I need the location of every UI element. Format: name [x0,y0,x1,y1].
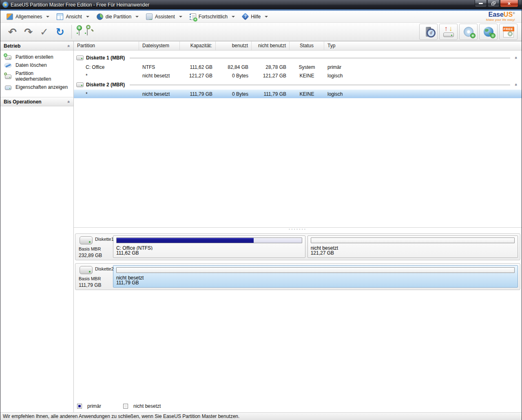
close-button[interactable]: × [500,0,518,7]
disk-scheme: Basis MBR [79,246,101,251]
toolbar: ↶ ↷ ✓ ↻ + ↑↓ + ↑ [0,23,522,41]
col-status[interactable]: Status [290,42,324,50]
minimize-icon [479,3,483,4]
restore-button[interactable] [487,0,500,7]
chevron-down-icon [232,16,235,18]
erase-data-icon [4,63,12,68]
disc-icon [508,31,513,36]
disk-scheme: Basis MBR [79,276,101,281]
app-icon: ★ [2,2,9,8]
create-partition-icon: + [4,55,12,60]
legend-item-nicht-besetzt: nicht besetzt [123,403,161,409]
explore-partition-button[interactable] [87,28,88,35]
collapse-chevron-icon[interactable]: « [514,57,519,59]
table-header: Partition Dateisystem Kapazität: benutzt… [74,42,522,51]
properties-icon [4,85,12,90]
refresh-icon[interactable]: ↻ [56,27,64,37]
disk-icon [76,82,84,87]
menu-label: Allgemeines [15,14,42,20]
table-body: Diskette 1 (MBR) « C: Office NTFS 111,62… [74,51,522,227]
partition-block-c-office[interactable]: C: Office (NTFS) 111,62 GB [113,235,305,258]
free-box-icon: FREE [503,26,514,37]
collapse-chevron-icon[interactable]: « [514,84,519,86]
col-dateisystem[interactable]: Dateisystem [139,42,180,50]
col-kapazitaet[interactable]: Kapazität: [180,42,216,50]
copy-disk-button[interactable]: ↑↓ [439,24,458,40]
menu-bar: Allgemeines Ansicht die Partition Assist… [0,11,522,23]
minimize-button[interactable] [475,0,487,7]
disk1-info[interactable]: Diskette1 Basis MBR 232,89 GB [75,234,112,260]
menu-die-partition[interactable]: die Partition [93,12,142,22]
burn-cd-button[interactable]: + [459,24,478,40]
disk-panel-2: Diskette2 Basis MBR 111,79 GB nicht bese… [75,263,520,290]
menu-label: Hilfe [251,14,261,20]
collapse-chevron-icon[interactable]: « [66,44,71,47]
plus-badge-icon: + [77,25,82,31]
sidebar: Betrieb « + Partition erstellen Daten lö… [0,41,74,412]
disk-name: Diskette1 [95,237,114,242]
sidebar-item-label: Partition erstellen [15,54,53,60]
status-text: Wir empfehlen Ihnen, alle anderen Anwend… [3,413,239,419]
status-bar: Wir empfehlen Ihnen, alle anderen Anwend… [0,412,522,420]
menu-allgemeines[interactable]: Allgemeines [3,12,53,22]
chevron-down-icon [265,16,268,18]
section-title: Betrieb [4,43,20,49]
title-bar: ★ EaseUS Partition Master Free Edition -… [0,0,522,9]
chevron-down-icon [46,16,49,18]
view-menu-icon [57,13,63,20]
disk-map: Diskette1 Basis MBR 232,89 GB C: Office … [74,233,522,293]
disk-group-row[interactable]: Diskette 1 (MBR) « [74,53,522,63]
drive-updown-icon: ↑↓ [443,26,454,37]
menu-hilfe[interactable]: ? Hilfe [239,12,272,21]
plus-badge-icon: + [470,33,476,38]
col-partition[interactable]: Partition [74,42,139,50]
group-divider-line [130,58,510,58]
partition-block-unallocated-1[interactable]: nicht besetzt 121,27 GB [307,235,518,258]
apply-check-icon[interactable]: ✓ [40,27,49,37]
sidebar-item-partition-wiederherstellen[interactable]: Partition wiederherstellen [0,69,73,83]
sidebar-item-partition-erstellen[interactable]: + Partition erstellen [0,53,73,61]
menu-ansicht[interactable]: Ansicht [53,12,93,22]
chevron-down-icon [86,16,89,18]
table-row[interactable]: * nicht besetzt 121,27 GB 0 Bytes 121,27… [74,71,522,80]
help-menu-icon: ? [241,13,249,20]
menu-assistent[interactable]: Assistent [142,12,186,22]
table-row[interactable]: C: Office NTFS 111,62 GB 82,84 GB 28,78 … [74,63,522,71]
collapse-chevron-icon[interactable]: « [66,100,71,103]
easeus-logo: EaseUS® Make your life easy! [486,11,519,22]
disk-group-row[interactable]: Diskette 2 (MBR) « [74,80,522,90]
disk2-info[interactable]: Diskette2 Basis MBR 111,79 GB [75,264,112,290]
create-partition-button[interactable]: + [79,28,80,35]
sidebar-item-daten-loeschen[interactable]: Daten löschen [0,61,73,69]
menu-fortschrittlich[interactable]: Fortschrittlich [186,12,239,22]
redo-icon[interactable]: ↷ [24,27,33,37]
free-offer-button[interactable]: FREE [499,24,518,40]
sidebar-section-bis-operationen[interactable]: Bis Operationen « [0,97,73,106]
close-icon: × [508,1,511,7]
sidebar-section-betrieb[interactable]: Betrieb « [0,41,73,51]
disk-group-label: Diskette 2 (MBR) [86,82,125,88]
window-title: EaseUS Partition Master Free Edition - F… [11,2,149,8]
disk-drive-icon [80,266,93,274]
undo-icon[interactable]: ↶ [8,27,17,37]
partition-menu-icon [97,13,103,20]
disk-drive-icon [80,236,93,244]
col-typ[interactable]: Typ [324,42,522,50]
sidebar-item-eigenschaften-anzeigen[interactable]: Eigenschaften anzeigen [0,83,73,91]
upload-web-button[interactable]: ↑ [479,24,498,40]
legend-label: primär [87,403,101,409]
partition-table: Partition Dateisystem Kapazität: benutzt… [74,41,522,227]
table-row-selected[interactable]: * nicht besetzt 111,79 GB 0 Bytes 111,79… [74,90,522,98]
col-nicht-benutzt[interactable]: nicht benutzt [252,42,290,50]
group-divider-line [130,85,510,85]
check-disk-button[interactable] [419,24,438,40]
partition-block-unallocated-2[interactable]: nicht besetzt 111,79 GB [113,265,518,288]
advanced-menu-icon [190,13,196,20]
wizard-menu-icon [146,13,153,20]
app-window: ★ EaseUS Partition Master Free Edition -… [0,0,522,420]
pane-splitter[interactable]: ······· [74,227,522,233]
col-benutzt[interactable]: benutzt [216,42,252,50]
chevron-down-icon [135,16,139,18]
window-controls: × [474,0,522,9]
usage-bar [116,267,515,273]
